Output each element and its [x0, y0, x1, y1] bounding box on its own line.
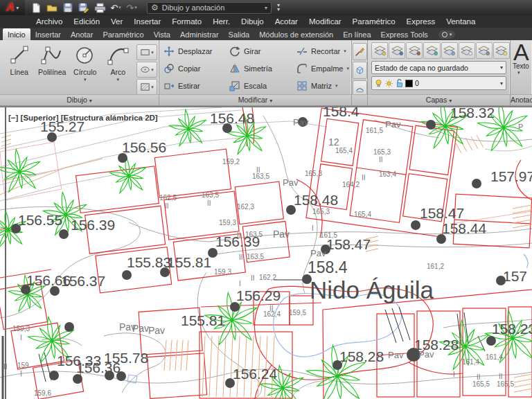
panel-capas: Estado de capa no guardado ▾ 0 ▾ Capas ▾ [368, 40, 511, 105]
save-button[interactable] [61, 1, 75, 14]
layer-color-swatch [405, 80, 413, 87]
open-file-icon [46, 3, 58, 12]
chevron-down-icon: ▾ [84, 77, 87, 82]
menu-archivo[interactable]: Archivo [30, 17, 68, 26]
ribbon-collapse-button[interactable]: ▾ [438, 30, 456, 39]
tool-match-properties[interactable] [353, 43, 367, 60]
tool-empalme[interactable]: Empalme▾ [296, 60, 355, 77]
menu-edicin[interactable]: Edición [68, 17, 105, 26]
panel-anotacion-footer[interactable]: Anotación [511, 94, 532, 105]
menu-modificar[interactable]: Modificar [303, 17, 347, 26]
annotation-label: 159,5 [289, 309, 306, 317]
tool-layer-settings[interactable] [476, 42, 493, 59]
panel-dibujo-footer[interactable]: Dibujo ▾ [0, 94, 159, 105]
tab-vista[interactable]: Vista [149, 28, 175, 40]
elevation-label: 158.28 [414, 337, 459, 353]
tab-salida[interactable]: Salida [224, 28, 255, 40]
tool-hatch-tool[interactable]: ▾ [136, 79, 157, 95]
tab-administrar[interactable]: Administrar [175, 28, 224, 40]
tool-extrude[interactable] [353, 62, 367, 79]
print-button[interactable] [93, 1, 107, 14]
menu-ver[interactable]: Ver [105, 17, 128, 26]
tool-copiar[interactable]: Copiar [163, 60, 229, 77]
qat-customize-button[interactable]: ▾▾ [277, 3, 280, 12]
menu-insertar[interactable]: Insertar [128, 17, 166, 26]
panel-modificar-footer[interactable]: Modificar ▾ [159, 94, 351, 105]
open-file-button[interactable] [45, 1, 59, 14]
chevron-down-icon: ▾ [500, 80, 503, 87]
menu-bar: ArchivoEdiciónVerInsertarFormatoHerr.Dib… [0, 15, 532, 28]
survey-point [59, 229, 69, 239]
layer-state-combo[interactable]: Estado de capa no guardado ▾ [371, 61, 506, 74]
tab-paramtrico[interactable]: Paramétrico [98, 28, 148, 40]
tab-anotar[interactable]: Anotar [66, 28, 98, 40]
workspace-label: Dibujo y anotación [162, 3, 225, 12]
new-file-button[interactable] [29, 1, 43, 14]
layer-combo[interactable]: 0 ▾ [371, 76, 506, 90]
menu-acotar[interactable]: Acotar [269, 17, 303, 26]
drawing-canvas[interactable]: [−] [Superior] [Estructura alámbrica 2D] [0, 107, 532, 399]
tab-insertar[interactable]: Insertar [30, 28, 66, 40]
menu-formato[interactable]: Formato [166, 17, 207, 26]
save-as-button[interactable] [77, 1, 91, 14]
annotation-label: 163,5 [202, 191, 219, 199]
panel-modificar: DesplazarCopiarEstirarGirarSimetríaEscal… [159, 40, 352, 105]
menu-ventana[interactable]: Ventana [441, 17, 481, 26]
panel-capas-footer[interactable]: Capas ▾ [368, 94, 510, 105]
menu-paramtrico[interactable]: Paramétrico [347, 17, 401, 26]
save-as-icon [78, 3, 89, 13]
survey-point [411, 220, 420, 230]
tool-estirar[interactable]: Estirar [163, 77, 229, 94]
annotation-label: 159,3 [219, 219, 236, 227]
annotation-label: 159 [17, 362, 29, 369]
annotation-label: II [499, 373, 503, 380]
tool-polilnea[interactable]: Polilínea [36, 42, 69, 94]
tool-escala[interactable]: Escala [229, 77, 296, 94]
elevation-label: 158.28 [339, 348, 384, 364]
elevation-label: 158.44 [442, 220, 487, 236]
tab-expresstools[interactable]: Express Tools [376, 28, 433, 40]
app-menu-button[interactable]: A ▾ [0, 0, 25, 15]
tab-mdulosdeextensin[interactable]: Módulos de extensión [254, 28, 338, 40]
tool-layer-walk[interactable] [493, 42, 510, 59]
chevron-down-icon: ▾ [511, 70, 532, 76]
tool-matriz[interactable]: Matriz▾ [296, 77, 355, 94]
menu-express[interactable]: Express [401, 17, 441, 26]
tab-enlnea[interactable]: En línea [338, 28, 375, 40]
tool-recortar[interactable]: Recortar▾ [296, 42, 355, 60]
tool-lnea[interactable]: Línea [3, 42, 36, 94]
redo-button[interactable]: ↷▾ [125, 1, 139, 14]
viewport-controls[interactable]: [−] [Superior] [Estructura alámbrica 2D] [8, 114, 158, 122]
tool-layer-off[interactable] [459, 42, 475, 59]
workspace-selector[interactable]: ⚙ Dibujo y anotación ▾ [147, 2, 272, 14]
elevation-label: 156.29 [236, 287, 281, 303]
chevron-down-icon: ▾ [450, 32, 452, 37]
tool-girar[interactable]: Girar [229, 42, 296, 60]
tool-layer-properties[interactable] [371, 42, 388, 59]
tool-desplazar[interactable]: Desplazar [163, 42, 229, 60]
tool-layer-freeze[interactable] [441, 42, 458, 59]
circle-icon [442, 32, 447, 37]
tool-rectangle-tool[interactable]: ▾ [136, 44, 157, 60]
tool-arco[interactable]: Arco▾ [102, 42, 135, 94]
map-drawing[interactable]: 159,2II163,512165,4165,3Pav164,2161,5Pav… [0, 107, 532, 399]
tab-inicio[interactable]: Inicio [3, 28, 30, 40]
tool-layer-isolate[interactable] [406, 42, 423, 59]
menu-dibujo[interactable]: Dibujo [236, 17, 269, 26]
text-tool-button[interactable]: A [511, 40, 532, 62]
tool-ellipse-tool[interactable]: ▾ [136, 62, 157, 78]
tool-crculo[interactable]: Círculo▾ [69, 42, 102, 94]
annotation-label: 162,4 [263, 310, 281, 318]
autocad-window: { "titlebar": { "workspace_label": "Dibu… [0, 0, 532, 399]
elevation-label: 155.83 [127, 254, 171, 270]
tool-layer-unisolate[interactable] [423, 42, 440, 59]
annotation-label: Pav [273, 229, 290, 240]
chevron-down-icon: ▾ [89, 98, 92, 104]
annotation-label: 163,5 [252, 172, 269, 180]
menu-herr[interactable]: Herr. [207, 17, 236, 26]
elevation-label: 156.24 [233, 366, 278, 382]
undo-button[interactable]: ↶▾ [109, 1, 123, 14]
survey-point [472, 179, 481, 188]
tool-layer-state[interactable] [389, 42, 405, 59]
tool-simetra[interactable]: Simetría [229, 60, 296, 77]
